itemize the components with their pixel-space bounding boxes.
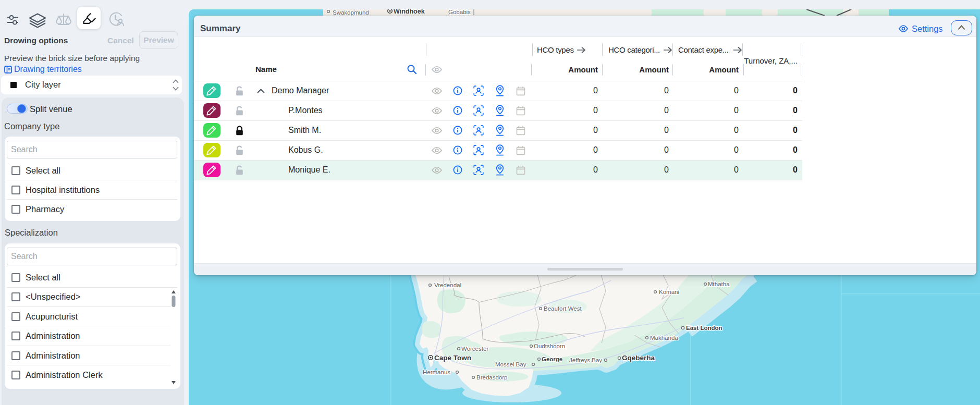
svg-text:Vredendal: Vredendal bbox=[434, 282, 461, 288]
svg-text:Windhoek: Windhoek bbox=[394, 9, 425, 15]
svg-text:George: George bbox=[542, 356, 562, 362]
svg-text:Beaufort West: Beaufort West bbox=[544, 305, 582, 312]
svg-text:Gqeberha: Gqeberha bbox=[622, 354, 655, 362]
svg-text:East London: East London bbox=[686, 325, 722, 331]
svg-text:Hermanus: Hermanus bbox=[423, 369, 450, 375]
svg-text:Worcester: Worcester bbox=[461, 346, 488, 352]
svg-text:Mossel Bay: Mossel Bay bbox=[495, 361, 526, 367]
svg-text:Jeffreys Bay: Jeffreys Bay bbox=[569, 357, 602, 363]
svg-text:Oudtshoorn: Oudtshoorn bbox=[534, 343, 565, 349]
svg-text:Gobabis: Gobabis bbox=[448, 9, 471, 15]
svg-text:Swakopmund: Swakopmund bbox=[333, 9, 369, 16]
svg-text:Bredasdorp: Bredasdorp bbox=[476, 374, 507, 381]
svg-text:Mthatha: Mthatha bbox=[708, 281, 730, 287]
svg-text:Cape Town: Cape Town bbox=[434, 354, 471, 362]
svg-text:Makhanda: Makhanda bbox=[650, 335, 678, 341]
svg-text:Komani: Komani bbox=[659, 289, 679, 295]
